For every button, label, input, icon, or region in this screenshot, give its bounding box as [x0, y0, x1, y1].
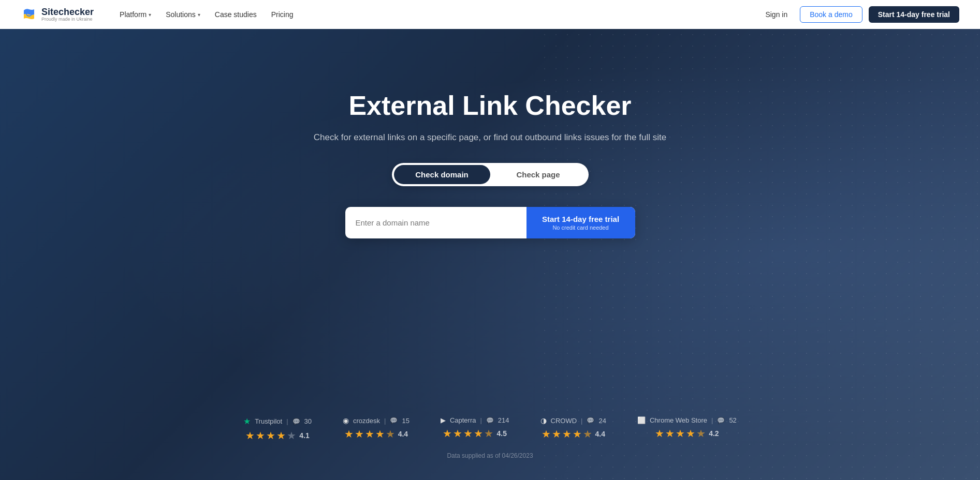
nav-pricing[interactable]: Pricing [266, 7, 299, 22]
reviews-section: ★ Trustpilot | 💬 30 ★ ★ ★ ★ ★ 4.1 [0, 416, 980, 459]
review-trustpilot: ★ Trustpilot | 💬 30 ★ ★ ★ ★ ★ 4.1 [243, 416, 312, 442]
crowd-stars: ★ ★ ★ ★ ★ 4.4 [542, 428, 605, 440]
capterra-count: 214 [498, 416, 509, 424]
hero-subtitle: Check for external links on a specific p… [257, 131, 723, 144]
comment-icon: 💬 [717, 417, 725, 424]
sitechecker-logo-icon [21, 6, 37, 23]
comment-icon: 💬 [292, 418, 300, 425]
nav-links: Platform ▾ Solutions ▾ Case studies Pric… [114, 7, 759, 22]
comment-icon: 💬 [390, 417, 398, 424]
start-trial-nav-button[interactable]: Start 14-day free trial [869, 6, 959, 23]
review-crowd: ◑ CROWD | 💬 24 ★ ★ ★ ★ ★ 4.4 [540, 416, 606, 440]
chevron-down-icon: ▾ [198, 12, 200, 18]
logo-link[interactable]: Sitechecker Proudly made in Ukraine [21, 6, 94, 23]
logo-tagline: Proudly made in Ukraine [41, 17, 94, 22]
comment-icon: 💬 [486, 417, 494, 424]
sign-in-button[interactable]: Sign in [759, 7, 794, 22]
hero-content: External Link Checker Check for external… [257, 91, 723, 238]
search-form: Start 14-day free trial No credit card n… [345, 207, 635, 239]
nav-solutions[interactable]: Solutions ▾ [160, 7, 206, 22]
chrome-icon: ⬜ [637, 416, 646, 424]
tab-toggle: Check domain Check page [392, 163, 589, 186]
chrome-count: 52 [729, 416, 736, 424]
book-demo-button[interactable]: Book a demo [800, 6, 862, 23]
trustpilot-stars: ★ ★ ★ ★ ★ 4.1 [245, 429, 309, 442]
comment-icon: 💬 [587, 417, 594, 424]
capterra-stars: ★ ★ ★ ★ ★ 4.5 [443, 427, 506, 440]
crozdesk-icon: ◉ [343, 416, 349, 425]
crozdesk-label: crozdesk [353, 417, 380, 425]
hero-section: External Link Checker Check for external… [0, 29, 980, 480]
review-chrome: ⬜ Chrome Web Store | 💬 52 ★ ★ ★ ★ ★ 4.2 [637, 416, 737, 440]
crowd-count: 24 [598, 417, 606, 425]
svg-point-2 [28, 12, 30, 14]
chrome-stars: ★ ★ ★ ★ ★ 4.2 [655, 427, 719, 440]
check-page-tab[interactable]: Check page [490, 165, 587, 184]
hero-title: External Link Checker [257, 91, 723, 121]
navigation: Sitechecker Proudly made in Ukraine Plat… [0, 0, 980, 29]
chevron-down-icon: ▾ [149, 12, 151, 18]
capterra-icon: ▶ [441, 416, 446, 424]
trustpilot-icon: ★ [243, 416, 251, 426]
nav-actions: Sign in Book a demo Start 14-day free tr… [759, 6, 959, 23]
nav-platform[interactable]: Platform ▾ [114, 7, 156, 22]
review-capterra: ▶ Capterra | 💬 214 ★ ★ ★ ★ ★ 4.5 [441, 416, 509, 440]
crowd-label: CROWD [551, 417, 577, 425]
trustpilot-count: 30 [304, 417, 312, 425]
crozdesk-count: 15 [402, 417, 409, 425]
start-trial-cta-button[interactable]: Start 14-day free trial No credit card n… [526, 207, 635, 239]
data-note: Data supplied as of 04/26/2023 [447, 452, 533, 459]
review-crozdesk: ◉ crozdesk | 💬 15 ★ ★ ★ ★ ★ 4.4 [343, 416, 409, 440]
trustpilot-label: Trustpilot [255, 417, 282, 425]
chrome-label: Chrome Web Store [650, 416, 707, 424]
crowd-icon: ◑ [540, 416, 547, 425]
nav-case-studies[interactable]: Case studies [210, 7, 262, 22]
cta-main-text: Start 14-day free trial [542, 215, 619, 223]
crozdesk-stars: ★ ★ ★ ★ ★ 4.4 [344, 428, 408, 440]
check-domain-tab[interactable]: Check domain [394, 165, 490, 184]
capterra-label: Capterra [450, 416, 476, 424]
cta-sub-text: No credit card needed [541, 224, 621, 231]
domain-search-input[interactable] [345, 207, 526, 239]
logo-name: Sitechecker [41, 7, 94, 18]
reviews-row: ★ Trustpilot | 💬 30 ★ ★ ★ ★ ★ 4.1 [243, 416, 737, 442]
